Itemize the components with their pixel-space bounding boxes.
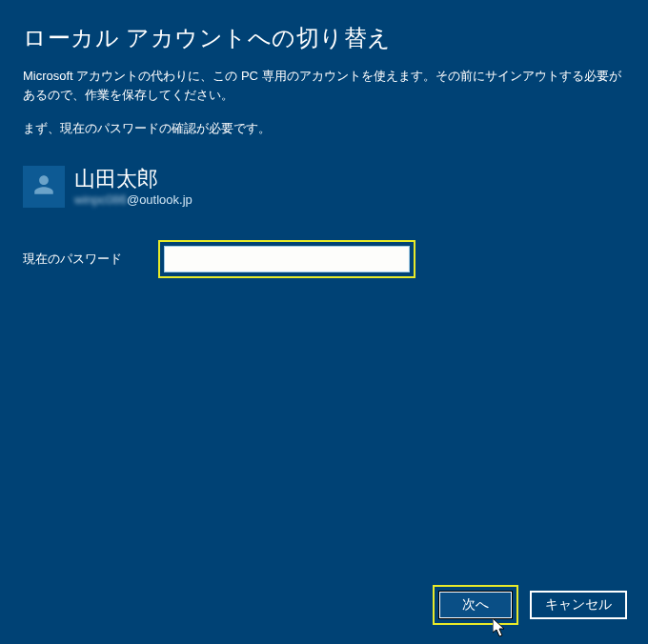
footer-buttons: 次へ キャンセル <box>433 585 627 625</box>
user-name: 山田太郎 <box>74 168 192 191</box>
password-input-highlight <box>158 240 415 278</box>
cancel-button[interactable]: キャンセル <box>530 591 627 619</box>
avatar <box>23 166 65 208</box>
user-info: 山田太郎 winpc086@outlook.jp <box>23 166 625 208</box>
password-input[interactable] <box>164 246 410 272</box>
description-text: Microsoft アカウントの代わりに、この PC 専用のアカウントを使えます… <box>23 67 625 105</box>
next-button[interactable]: 次へ <box>438 591 513 619</box>
user-email: winpc086@outlook.jp <box>74 192 192 207</box>
cursor-icon <box>493 618 508 643</box>
password-label: 現在のパスワード <box>23 251 128 268</box>
user-email-local: winpc086 <box>74 192 127 207</box>
password-row: 現在のパスワード <box>23 240 625 278</box>
user-email-domain: @outlook.jp <box>127 192 192 207</box>
user-icon <box>31 172 56 201</box>
page-title: ローカル アカウントへの切り替え <box>23 23 625 53</box>
description-text-2: まず、現在のパスワードの確認が必要です。 <box>23 120 625 137</box>
next-button-highlight: 次へ <box>433 585 518 625</box>
